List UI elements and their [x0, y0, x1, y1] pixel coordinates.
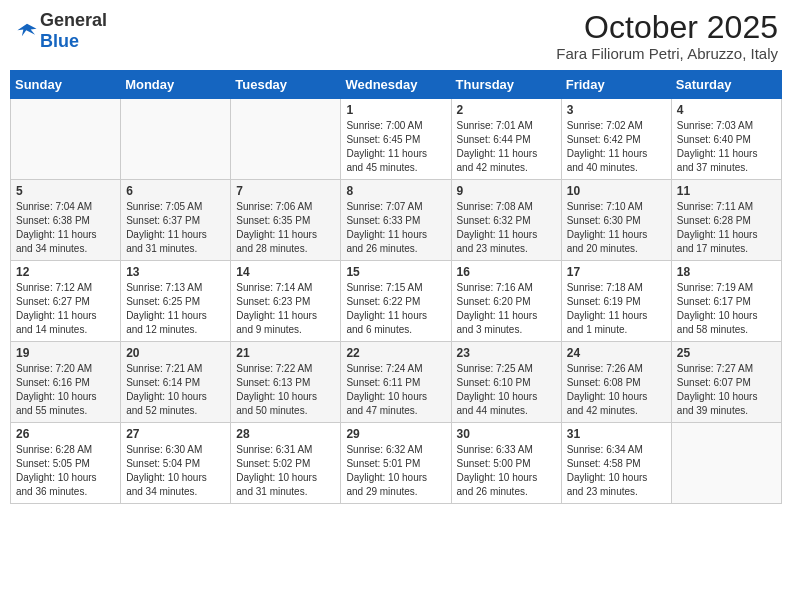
calendar-day-5: 5Sunrise: 7:04 AM Sunset: 6:38 PM Daylig…	[11, 180, 121, 261]
day-info: Sunrise: 7:01 AM Sunset: 6:44 PM Dayligh…	[457, 119, 556, 175]
calendar-day-2: 2Sunrise: 7:01 AM Sunset: 6:44 PM Daylig…	[451, 99, 561, 180]
day-number: 14	[236, 265, 335, 279]
calendar-day-25: 25Sunrise: 7:27 AM Sunset: 6:07 PM Dayli…	[671, 342, 781, 423]
day-info: Sunrise: 7:24 AM Sunset: 6:11 PM Dayligh…	[346, 362, 445, 418]
day-number: 30	[457, 427, 556, 441]
day-number: 4	[677, 103, 776, 117]
day-number: 27	[126, 427, 225, 441]
calendar-day-27: 27Sunrise: 6:30 AM Sunset: 5:04 PM Dayli…	[121, 423, 231, 504]
day-number: 25	[677, 346, 776, 360]
day-info: Sunrise: 7:22 AM Sunset: 6:13 PM Dayligh…	[236, 362, 335, 418]
day-info: Sunrise: 7:12 AM Sunset: 6:27 PM Dayligh…	[16, 281, 115, 337]
day-number: 10	[567, 184, 666, 198]
day-info: Sunrise: 7:14 AM Sunset: 6:23 PM Dayligh…	[236, 281, 335, 337]
day-info: Sunrise: 7:25 AM Sunset: 6:10 PM Dayligh…	[457, 362, 556, 418]
calendar-empty-cell	[671, 423, 781, 504]
calendar-day-11: 11Sunrise: 7:11 AM Sunset: 6:28 PM Dayli…	[671, 180, 781, 261]
day-info: Sunrise: 7:13 AM Sunset: 6:25 PM Dayligh…	[126, 281, 225, 337]
weekday-header-monday: Monday	[121, 71, 231, 99]
calendar-day-23: 23Sunrise: 7:25 AM Sunset: 6:10 PM Dayli…	[451, 342, 561, 423]
calendar-empty-cell	[11, 99, 121, 180]
day-number: 20	[126, 346, 225, 360]
calendar-empty-cell	[121, 99, 231, 180]
day-info: Sunrise: 7:08 AM Sunset: 6:32 PM Dayligh…	[457, 200, 556, 256]
day-number: 21	[236, 346, 335, 360]
month-title: October 2025	[556, 10, 778, 45]
calendar-day-6: 6Sunrise: 7:05 AM Sunset: 6:37 PM Daylig…	[121, 180, 231, 261]
calendar-day-24: 24Sunrise: 7:26 AM Sunset: 6:08 PM Dayli…	[561, 342, 671, 423]
day-number: 23	[457, 346, 556, 360]
day-info: Sunrise: 7:26 AM Sunset: 6:08 PM Dayligh…	[567, 362, 666, 418]
day-info: Sunrise: 6:28 AM Sunset: 5:05 PM Dayligh…	[16, 443, 115, 499]
calendar-day-9: 9Sunrise: 7:08 AM Sunset: 6:32 PM Daylig…	[451, 180, 561, 261]
calendar-day-30: 30Sunrise: 6:33 AM Sunset: 5:00 PM Dayli…	[451, 423, 561, 504]
calendar-day-21: 21Sunrise: 7:22 AM Sunset: 6:13 PM Dayli…	[231, 342, 341, 423]
day-info: Sunrise: 6:30 AM Sunset: 5:04 PM Dayligh…	[126, 443, 225, 499]
day-number: 24	[567, 346, 666, 360]
day-info: Sunrise: 7:16 AM Sunset: 6:20 PM Dayligh…	[457, 281, 556, 337]
calendar-empty-cell	[231, 99, 341, 180]
day-info: Sunrise: 6:34 AM Sunset: 4:58 PM Dayligh…	[567, 443, 666, 499]
day-info: Sunrise: 7:11 AM Sunset: 6:28 PM Dayligh…	[677, 200, 776, 256]
calendar-day-1: 1Sunrise: 7:00 AM Sunset: 6:45 PM Daylig…	[341, 99, 451, 180]
day-number: 12	[16, 265, 115, 279]
weekday-header-row: SundayMondayTuesdayWednesdayThursdayFrid…	[11, 71, 782, 99]
day-number: 13	[126, 265, 225, 279]
day-number: 18	[677, 265, 776, 279]
day-info: Sunrise: 7:10 AM Sunset: 6:30 PM Dayligh…	[567, 200, 666, 256]
logo: General Blue	[14, 10, 107, 52]
calendar-day-8: 8Sunrise: 7:07 AM Sunset: 6:33 PM Daylig…	[341, 180, 451, 261]
logo-bird-icon	[16, 20, 38, 42]
day-number: 9	[457, 184, 556, 198]
logo-blue-text: Blue	[40, 31, 79, 51]
day-number: 22	[346, 346, 445, 360]
weekday-header-wednesday: Wednesday	[341, 71, 451, 99]
calendar-day-12: 12Sunrise: 7:12 AM Sunset: 6:27 PM Dayli…	[11, 261, 121, 342]
calendar-week-row: 12Sunrise: 7:12 AM Sunset: 6:27 PM Dayli…	[11, 261, 782, 342]
calendar-day-10: 10Sunrise: 7:10 AM Sunset: 6:30 PM Dayli…	[561, 180, 671, 261]
day-number: 1	[346, 103, 445, 117]
day-number: 29	[346, 427, 445, 441]
calendar-day-18: 18Sunrise: 7:19 AM Sunset: 6:17 PM Dayli…	[671, 261, 781, 342]
day-info: Sunrise: 6:33 AM Sunset: 5:00 PM Dayligh…	[457, 443, 556, 499]
day-number: 28	[236, 427, 335, 441]
weekday-header-saturday: Saturday	[671, 71, 781, 99]
day-number: 17	[567, 265, 666, 279]
day-info: Sunrise: 7:04 AM Sunset: 6:38 PM Dayligh…	[16, 200, 115, 256]
day-number: 15	[346, 265, 445, 279]
calendar-week-row: 19Sunrise: 7:20 AM Sunset: 6:16 PM Dayli…	[11, 342, 782, 423]
calendar-day-28: 28Sunrise: 6:31 AM Sunset: 5:02 PM Dayli…	[231, 423, 341, 504]
calendar-day-16: 16Sunrise: 7:16 AM Sunset: 6:20 PM Dayli…	[451, 261, 561, 342]
logo-general-text: General	[40, 10, 107, 30]
day-info: Sunrise: 7:18 AM Sunset: 6:19 PM Dayligh…	[567, 281, 666, 337]
calendar-day-29: 29Sunrise: 6:32 AM Sunset: 5:01 PM Dayli…	[341, 423, 451, 504]
calendar-day-31: 31Sunrise: 6:34 AM Sunset: 4:58 PM Dayli…	[561, 423, 671, 504]
day-info: Sunrise: 7:00 AM Sunset: 6:45 PM Dayligh…	[346, 119, 445, 175]
day-number: 2	[457, 103, 556, 117]
day-info: Sunrise: 7:05 AM Sunset: 6:37 PM Dayligh…	[126, 200, 225, 256]
calendar-day-3: 3Sunrise: 7:02 AM Sunset: 6:42 PM Daylig…	[561, 99, 671, 180]
day-number: 7	[236, 184, 335, 198]
day-info: Sunrise: 7:02 AM Sunset: 6:42 PM Dayligh…	[567, 119, 666, 175]
day-info: Sunrise: 6:32 AM Sunset: 5:01 PM Dayligh…	[346, 443, 445, 499]
day-info: Sunrise: 7:20 AM Sunset: 6:16 PM Dayligh…	[16, 362, 115, 418]
calendar-day-7: 7Sunrise: 7:06 AM Sunset: 6:35 PM Daylig…	[231, 180, 341, 261]
calendar-day-13: 13Sunrise: 7:13 AM Sunset: 6:25 PM Dayli…	[121, 261, 231, 342]
day-number: 31	[567, 427, 666, 441]
calendar-day-14: 14Sunrise: 7:14 AM Sunset: 6:23 PM Dayli…	[231, 261, 341, 342]
day-info: Sunrise: 7:06 AM Sunset: 6:35 PM Dayligh…	[236, 200, 335, 256]
calendar-day-17: 17Sunrise: 7:18 AM Sunset: 6:19 PM Dayli…	[561, 261, 671, 342]
day-info: Sunrise: 7:07 AM Sunset: 6:33 PM Dayligh…	[346, 200, 445, 256]
day-number: 3	[567, 103, 666, 117]
day-number: 5	[16, 184, 115, 198]
weekday-header-friday: Friday	[561, 71, 671, 99]
svg-marker-0	[17, 24, 36, 36]
day-number: 6	[126, 184, 225, 198]
calendar-day-26: 26Sunrise: 6:28 AM Sunset: 5:05 PM Dayli…	[11, 423, 121, 504]
calendar-week-row: 5Sunrise: 7:04 AM Sunset: 6:38 PM Daylig…	[11, 180, 782, 261]
location-subtitle: Fara Filiorum Petri, Abruzzo, Italy	[556, 45, 778, 62]
day-info: Sunrise: 7:15 AM Sunset: 6:22 PM Dayligh…	[346, 281, 445, 337]
calendar-day-22: 22Sunrise: 7:24 AM Sunset: 6:11 PM Dayli…	[341, 342, 451, 423]
calendar-day-4: 4Sunrise: 7:03 AM Sunset: 6:40 PM Daylig…	[671, 99, 781, 180]
calendar-day-20: 20Sunrise: 7:21 AM Sunset: 6:14 PM Dayli…	[121, 342, 231, 423]
